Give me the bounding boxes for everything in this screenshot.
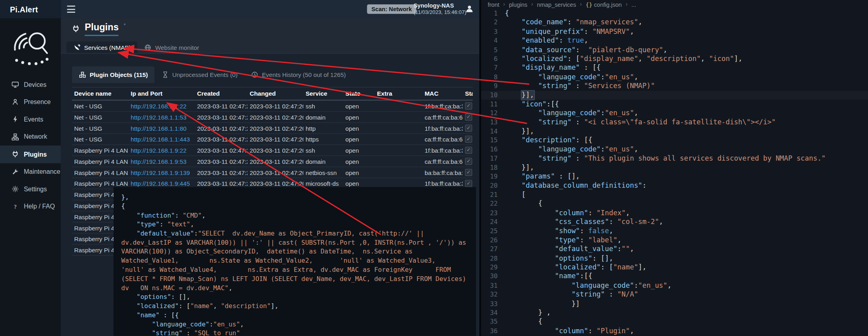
line-number: 4 bbox=[481, 36, 505, 45]
user-icon[interactable] bbox=[465, 4, 474, 13]
sidebar-item-network[interactable]: Network bbox=[0, 128, 61, 145]
sidebar-item-label: Presence bbox=[24, 98, 51, 105]
host-info: Synology-NAS (11/03/2023, 15:46:07) bbox=[413, 2, 466, 16]
cell-state: open bbox=[343, 112, 375, 123]
column-header-service[interactable]: Service bbox=[303, 87, 343, 100]
line-number: 25 bbox=[481, 226, 505, 236]
cell-status: ✓ bbox=[463, 100, 473, 111]
sidebar-item-maintenance[interactable]: Maintenance bbox=[0, 163, 61, 181]
page-title-sup[interactable]: ° bbox=[124, 23, 126, 28]
cell-extra bbox=[375, 112, 422, 123]
cell-service: domain bbox=[303, 112, 343, 123]
sidebar-nav: DevicesPresenceEventsNetworkPluginsMaint… bbox=[0, 76, 61, 215]
status-checkbox[interactable]: ✓ bbox=[465, 180, 472, 187]
inner-tab-plugin-objects-115[interactable]: Plugin Objects (115) bbox=[72, 67, 154, 83]
device-url-link[interactable]: http://192.168.1.9:445 bbox=[131, 180, 190, 187]
sidebar-item-label: Plugins bbox=[24, 151, 47, 158]
inner-tab-unprocessed-events-0[interactable]: Unprocessed Events (0) bbox=[155, 67, 244, 83]
line-number: 9 bbox=[481, 81, 505, 90]
status-checkbox[interactable]: ✓ bbox=[465, 136, 472, 143]
line-number: 13 bbox=[481, 118, 505, 127]
app-brand[interactable]: Pi.Alert bbox=[0, 0, 61, 18]
column-header-state[interactable]: State bbox=[343, 87, 375, 100]
editor-line: 7 "display_name" : [{ bbox=[481, 63, 868, 73]
cell-device-name: Net - USG bbox=[72, 112, 128, 123]
device-url-link[interactable]: http://192.168.1.9:139 bbox=[131, 169, 190, 176]
breadcrumb-item-front[interactable]: front bbox=[488, 1, 499, 8]
cell-state: open bbox=[343, 167, 375, 178]
status-checkbox[interactable]: ✓ bbox=[465, 102, 472, 110]
device-url-link[interactable]: http://192.168.1.1:443 bbox=[131, 136, 190, 143]
status-checkbox[interactable]: ✓ bbox=[465, 114, 472, 121]
cell-created: 2023-03-11 02:47:20 bbox=[195, 156, 248, 167]
status-checkbox[interactable]: ✓ bbox=[465, 169, 472, 176]
cell-changed: 2023-03-11 02:47:20 bbox=[248, 145, 303, 156]
device-url-link[interactable]: http://192.168.1.1:53 bbox=[131, 114, 187, 120]
cell-created: 2023-03-11 02:47:20 bbox=[195, 112, 248, 123]
column-header-extra[interactable]: Extra bbox=[375, 87, 422, 100]
column-header-created[interactable]: Created bbox=[195, 87, 248, 100]
line-number: 10 bbox=[481, 90, 505, 100]
line-number: 22 bbox=[481, 199, 505, 208]
tab-website-monitor[interactable]: Website monitor bbox=[138, 41, 206, 53]
sidebar-item-label: Events bbox=[24, 116, 43, 123]
status-checkbox[interactable]: ✓ bbox=[465, 158, 472, 165]
cell-changed: 2023-03-11 02:47:20 bbox=[248, 112, 303, 123]
line-number: 19 bbox=[481, 172, 505, 181]
device-url-link[interactable]: http://192.168.1.9:22 bbox=[131, 147, 187, 154]
cell-status: ✓ bbox=[463, 112, 473, 123]
globe-icon bbox=[144, 44, 152, 51]
cell-extra bbox=[375, 167, 422, 178]
editor-line: 15 "description": [{ bbox=[481, 136, 868, 145]
sidebar-item-label: Network bbox=[24, 134, 47, 140]
line-number: 27 bbox=[481, 245, 505, 254]
sidebar-item-presence[interactable]: Presence bbox=[0, 93, 61, 111]
page-header: Plugins ° bbox=[72, 22, 126, 36]
breadcrumb-item-config-json[interactable]: {}config.json bbox=[586, 1, 622, 8]
table-row: Net - USGhttp://192.168.1.1:532023-03-11… bbox=[72, 112, 472, 123]
cell-ip-port: http://192.168.1.1:443 bbox=[128, 134, 195, 145]
sidebar: DevicesPresenceEventsNetworkPluginsMaint… bbox=[0, 18, 61, 336]
editor-line: 18 }], bbox=[481, 163, 868, 172]
cell-extra bbox=[375, 145, 422, 156]
chevron-right-icon: › bbox=[580, 1, 582, 7]
status-checkbox[interactable]: ✓ bbox=[465, 147, 472, 154]
cell-ip-port: http://192.168.1.1:22 bbox=[128, 100, 195, 111]
editor-line: 34 } , bbox=[481, 308, 868, 317]
config-code-overlay: }, { "function": "CMD", "type": "text", … bbox=[114, 187, 476, 336]
column-header-changed[interactable]: Changed bbox=[248, 87, 303, 100]
column-header-mac[interactable]: MAC bbox=[422, 87, 463, 100]
column-header-ip-and-port[interactable]: Ip and Port bbox=[128, 87, 195, 100]
device-url-link[interactable]: http://192.168.1.9:53 bbox=[131, 158, 187, 165]
inner-tab-events-history-50-out-of-1265[interactable]: Events History (50 out of 1265) bbox=[244, 67, 352, 83]
editor-line: 35 { bbox=[481, 317, 868, 326]
menu-toggle-icon[interactable] bbox=[67, 6, 75, 13]
sidebar-item-plugins[interactable]: Plugins bbox=[0, 145, 61, 163]
editor-code-area[interactable]: 1{2 "code_name": "nmap_services",3 "uniq… bbox=[481, 9, 868, 336]
sidebar-item-devices[interactable]: Devices bbox=[0, 76, 61, 93]
breadcrumb: front›plugins›nmap_services›{}config.jso… bbox=[481, 0, 868, 8]
device-url-link[interactable]: http://192.168.1.1:22 bbox=[131, 103, 187, 110]
cell-service: domain bbox=[303, 156, 343, 167]
column-header-device-name[interactable]: Device name bbox=[72, 87, 128, 100]
cell-service: netbios-ssn bbox=[303, 167, 343, 178]
device-url-link[interactable]: http://192.168.1.1:80 bbox=[131, 125, 187, 132]
scan-status-badge: Scan: Network bbox=[367, 4, 416, 14]
host-timestamp: (11/03/2023, 15:46:07) bbox=[413, 9, 466, 16]
cell-service: http bbox=[303, 123, 343, 134]
cell-created: 2023-03-11 02:47:20 bbox=[195, 123, 248, 134]
sidebar-item-settings[interactable]: Settings bbox=[0, 181, 61, 198]
status-checkbox[interactable]: ✓ bbox=[465, 124, 472, 132]
column-header-stat[interactable]: Stat bbox=[463, 87, 473, 100]
chevron-right-icon: › bbox=[531, 1, 533, 7]
breadcrumb-item-nmap-services[interactable]: nmap_services bbox=[537, 1, 576, 8]
line-number: 5 bbox=[481, 45, 505, 54]
breadcrumb-item-plugins[interactable]: plugins bbox=[509, 1, 527, 8]
editor-line: 4 "enabled": true, bbox=[481, 36, 868, 45]
editor-line: 2 "code_name": "nmap_services", bbox=[481, 18, 868, 27]
breadcrumb-item-[interactable]: ... bbox=[632, 1, 636, 8]
tab-services-nmap[interactable]: Services (NMAP) bbox=[67, 41, 138, 53]
sidebar-item-events[interactable]: Events bbox=[0, 111, 61, 128]
line-number: 33 bbox=[481, 299, 505, 308]
sidebar-item-help-faq[interactable]: ?Help / FAQ bbox=[0, 198, 61, 215]
